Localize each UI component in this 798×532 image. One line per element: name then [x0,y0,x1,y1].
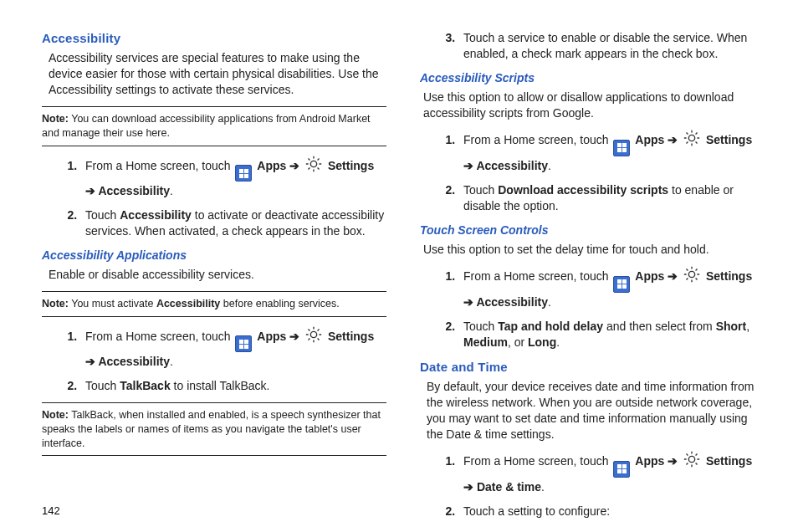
step-text: From a Home screen, touch [463,269,611,283]
apps-icon [613,457,630,478]
datetime-intro: By default, your device receives date an… [427,379,765,442]
step-text: Touch a setting to configure: [463,504,610,518]
page-number: 142 [42,504,60,517]
arrow-icon: ➔ [668,454,681,468]
heading-date-time: Date and Time [420,359,765,376]
arrow-icon: ➔ [85,184,98,197]
access-apps-intro: Enable or disable accessibility services… [49,267,386,283]
apps-label: Apps [635,133,668,146]
gear-icon [683,129,701,151]
heading-accessibility: Accessibility [42,30,386,47]
step-3: Touch a service to enable or disable the… [458,30,765,62]
download-scripts-bold: Download accessibility scripts [498,183,668,197]
accessibility-label: Accessibility [476,295,548,309]
period: . [170,184,173,197]
apps-label: Apps [635,269,668,283]
step-2: Touch Download accessibility scripts to … [458,182,765,214]
svg-point-0 [310,161,316,166]
step-text: From a Home screen, touch [463,454,611,468]
svg-point-4 [688,457,694,463]
step-text: Touch [85,379,120,392]
accessibility-label: Accessibility [98,355,170,368]
short-bold: Short [716,320,747,333]
accessibility-bold: Accessibility [156,298,220,309]
step-1: From a Home screen, touch Apps ➔ Setting… [458,265,765,309]
svg-point-2 [688,136,694,141]
gear-icon [304,155,323,177]
apps-icon [235,332,252,353]
step-text: Touch [85,208,120,222]
settings-label: Settings [706,133,752,146]
settings-label: Settings [328,159,374,172]
step-text: , or [508,335,528,349]
step-2: Touch Accessibility to activate or deact… [80,207,386,239]
period: . [541,480,545,494]
arrow-icon: ➔ [463,159,476,172]
note-label: Note: [42,298,69,309]
note-label: Note: [42,113,69,125]
svg-point-3 [688,272,694,278]
heading-touch-screen-controls: Touch Screen Controls [420,223,765,238]
step-1: From a Home screen, touch Apps ➔ Setting… [80,155,386,199]
step-text: From a Home screen, touch [463,133,611,146]
access-apps-steps: From a Home screen, touch Apps ➔ Setting… [42,325,386,394]
gear-icon [683,265,701,288]
step-1: From a Home screen, touch Apps ➔ Setting… [458,450,765,494]
datetime-steps: From a Home screen, touch Apps ➔ Setting… [420,450,765,519]
arrow-icon: ➔ [463,480,477,494]
talkback-bold: TalkBack [120,379,170,392]
heading-accessibility-applications: Accessibility Applications [42,248,386,263]
apps-icon [613,272,630,293]
arrow-icon: ➔ [289,159,303,172]
right-column: Touch a service to enable or disable the… [420,25,765,515]
settings-label: Settings [706,269,752,283]
long-bold: Long [528,335,556,349]
step-text: and then select from [603,320,716,333]
step-text: From a Home screen, touch [85,159,233,172]
medium-bold: Medium [463,335,508,349]
step-text: From a Home screen, touch [85,330,233,343]
note-text: You can download accessibility applicati… [42,113,371,139]
accessibility-label: Accessibility [98,184,170,197]
note-text: You must activate [69,298,156,309]
left-column: Accessibility Accessibility services are… [42,25,386,515]
accessibility-steps: From a Home screen, touch Apps ➔ Setting… [42,155,386,239]
period: . [548,159,551,172]
apps-icon [613,136,630,156]
accessibility-bold: Accessibility [120,208,192,222]
arrow-icon: ➔ [463,295,476,309]
step-1: From a Home screen, touch Apps ➔ Setting… [458,129,765,173]
heading-accessibility-scripts: Accessibility Scripts [420,70,765,86]
apps-label: Apps [635,454,668,468]
step-text: to install TalkBack. [171,379,270,392]
arrow-icon: ➔ [668,133,681,146]
note-text: before enabling services. [220,298,339,309]
accessibility-intro: Accessibility services are special featu… [49,50,386,98]
gear-icon [683,450,701,473]
tap-hold-bold: Tap and hold delay [498,320,603,333]
arrow-icon: ➔ [289,330,303,343]
note-download-apps: Note: You can download accessibility app… [42,106,386,146]
step-2: Touch TalkBack to install TalkBack. [80,378,386,394]
step-text: Touch a service to enable or disable the… [463,31,747,60]
period: . [170,355,173,368]
settings-label: Settings [328,330,374,343]
continued-steps: Touch a service to enable or disable the… [420,30,765,62]
apps-label: Apps [257,330,289,343]
step-2: Touch Tap and hold delay and then select… [458,319,765,350]
step-2: Touch a setting to configure: [458,504,765,519]
step-text: Touch [463,183,498,197]
period: . [548,295,551,309]
apps-label: Apps [257,159,289,172]
step-1: From a Home screen, touch Apps ➔ Setting… [80,325,386,370]
touch-intro: Use this option to set the delay time fo… [423,242,765,258]
step-text: , [746,320,749,333]
arrow-icon: ➔ [668,269,681,283]
gear-icon [304,325,323,348]
arrow-icon: ➔ [85,355,98,368]
note-text: TalkBack, when installed and enabled, is… [42,409,381,449]
accessibility-label: Accessibility [476,159,548,172]
settings-label: Settings [706,454,752,468]
note-label: Note: [42,409,69,421]
scripts-steps: From a Home screen, touch Apps ➔ Setting… [420,129,765,213]
